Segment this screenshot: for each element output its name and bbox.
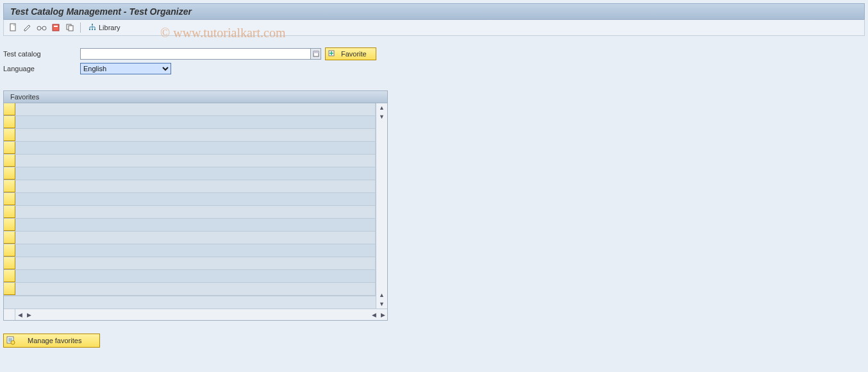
new-document-icon[interactable] xyxy=(8,22,19,33)
toolbar: Library xyxy=(3,20,865,36)
row-cell[interactable] xyxy=(15,142,376,154)
row-cell[interactable] xyxy=(15,244,376,257)
table-row[interactable] xyxy=(4,283,376,296)
row-handle[interactable] xyxy=(4,219,15,231)
catalog-icon[interactable] xyxy=(50,22,62,33)
vertical-scrollbar[interactable]: ▲ ▼ ▲ ▼ xyxy=(376,103,387,309)
favorite-add-icon xyxy=(327,49,337,59)
language-select[interactable]: English xyxy=(80,63,171,74)
svg-point-1 xyxy=(37,26,41,30)
table-row[interactable] xyxy=(4,142,376,155)
scroll-left2-icon[interactable]: ◀ xyxy=(369,309,378,320)
scroll-right2-icon[interactable]: ▶ xyxy=(378,309,387,320)
scroll-track[interactable] xyxy=(33,309,369,320)
favorite-button[interactable]: Favorite xyxy=(325,47,376,60)
favorites-grid xyxy=(4,103,376,309)
table-row[interactable] xyxy=(4,193,376,206)
svg-rect-3 xyxy=(53,24,59,31)
scroll-down2-icon[interactable]: ▼ xyxy=(376,300,387,309)
row-handle[interactable] xyxy=(4,167,15,180)
row-handle[interactable] xyxy=(4,257,15,269)
table-row[interactable] xyxy=(4,244,376,257)
row-handle[interactable] xyxy=(4,129,15,141)
svg-rect-0 xyxy=(10,24,15,31)
copy-icon[interactable] xyxy=(64,22,76,33)
row-cell[interactable] xyxy=(15,167,376,180)
svg-rect-8 xyxy=(89,29,90,30)
row-handle[interactable] xyxy=(4,244,15,257)
glasses-icon[interactable] xyxy=(36,22,47,33)
f4-help-icon[interactable] xyxy=(311,48,321,60)
scroll-up2-icon[interactable]: ▲ xyxy=(376,291,387,300)
row-cell[interactable] xyxy=(15,232,376,244)
row-cell[interactable] xyxy=(15,129,376,141)
svg-rect-7 xyxy=(92,24,93,25)
favorites-panel: Favorites ▲ ▼ ▲ ▼ ◀ ▶ ◀ ▶ xyxy=(3,90,388,321)
row-handle[interactable] xyxy=(4,270,15,282)
manage-favorites-label: Manage favorites xyxy=(28,337,81,344)
row-cell[interactable] xyxy=(15,180,376,192)
table-row[interactable] xyxy=(4,232,376,244)
svg-rect-4 xyxy=(54,26,58,27)
table-row[interactable] xyxy=(4,270,376,283)
work-area: Test catalog Favorite Language English F… xyxy=(3,47,865,348)
table-row[interactable] xyxy=(4,116,376,129)
scroll-down-icon[interactable]: ▼ xyxy=(376,112,387,121)
svg-rect-10 xyxy=(94,29,96,30)
test-catalog-input[interactable] xyxy=(80,48,311,60)
row-cell[interactable] xyxy=(15,283,376,295)
table-row[interactable] xyxy=(4,257,376,270)
table-row[interactable] xyxy=(4,180,376,193)
row-cell[interactable] xyxy=(15,116,376,128)
row-handle[interactable] xyxy=(4,206,15,218)
favorites-header: Favorites xyxy=(4,91,387,103)
row-cell[interactable] xyxy=(15,219,376,231)
row-handle[interactable] xyxy=(4,180,15,192)
scroll-right-icon[interactable]: ▶ xyxy=(24,309,33,320)
svg-point-2 xyxy=(42,26,46,30)
horizontal-scrollbar[interactable]: ◀ ▶ ◀ ▶ xyxy=(4,309,387,320)
manage-favorites-button[interactable]: Manage favorites xyxy=(3,334,100,348)
row-cell[interactable] xyxy=(15,193,376,205)
row-handle[interactable] xyxy=(4,283,15,295)
toolbar-separator xyxy=(80,22,81,33)
svg-rect-6 xyxy=(69,26,73,31)
row-handle[interactable] xyxy=(4,193,15,205)
svg-rect-12 xyxy=(313,51,319,53)
row-cell[interactable] xyxy=(15,257,376,269)
svg-point-15 xyxy=(11,341,15,344)
row-cell[interactable] xyxy=(15,206,376,218)
library-button[interactable]: Library xyxy=(85,23,123,32)
grid-bottom-spacer xyxy=(4,296,376,309)
table-row[interactable] xyxy=(4,167,376,180)
table-row[interactable] xyxy=(4,219,376,232)
row-handle[interactable] xyxy=(4,155,15,167)
table-row[interactable] xyxy=(4,129,376,142)
table-row[interactable] xyxy=(4,155,376,167)
table-row[interactable] xyxy=(4,103,376,116)
row-handle[interactable] xyxy=(4,103,15,115)
row-cell[interactable] xyxy=(15,155,376,167)
row-cell[interactable] xyxy=(15,270,376,282)
scroll-left-icon[interactable]: ◀ xyxy=(15,309,24,320)
table-row[interactable] xyxy=(4,206,376,219)
edit-icon[interactable] xyxy=(22,22,33,33)
row-handle[interactable] xyxy=(4,116,15,128)
scroll-up-icon[interactable]: ▲ xyxy=(376,103,387,112)
svg-rect-9 xyxy=(92,29,93,30)
row-handle[interactable] xyxy=(4,232,15,244)
library-label: Library xyxy=(99,24,121,31)
test-catalog-label: Test catalog xyxy=(3,50,80,58)
scroll-corner xyxy=(4,309,15,320)
row-cell[interactable] xyxy=(15,103,376,115)
row-handle[interactable] xyxy=(4,142,15,154)
window-title: Test Catalog Management - Test Organizer xyxy=(3,3,865,20)
manage-favorites-icon xyxy=(6,335,16,346)
favorite-button-label: Favorite xyxy=(341,50,367,58)
language-label: Language xyxy=(3,65,80,72)
